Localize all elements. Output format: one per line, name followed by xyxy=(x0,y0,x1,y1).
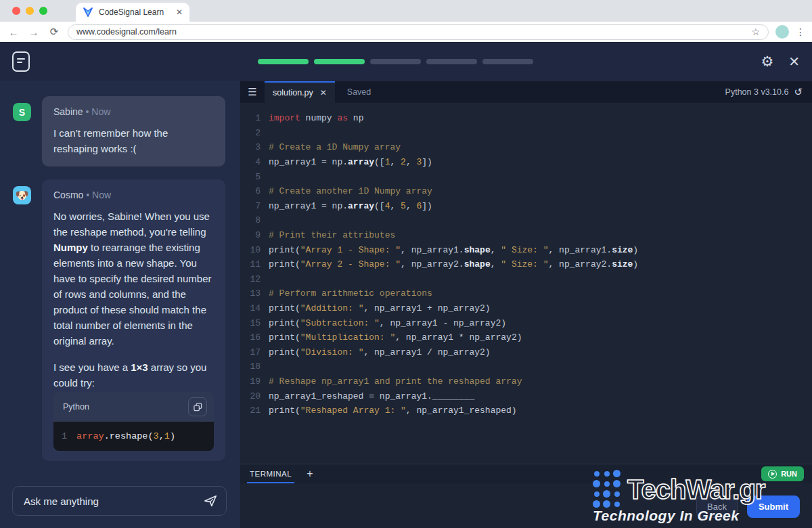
gear-icon[interactable]: ⚙ xyxy=(761,53,773,70)
history-icon[interactable]: ↺ xyxy=(794,86,803,98)
line-content: # Perform arithmetic operations xyxy=(261,288,432,299)
browser-tab-strip: CodeSignal Learn ✕ xyxy=(0,0,812,22)
terminal-body[interactable]: Back Submit xyxy=(240,483,812,528)
line-number: 17 xyxy=(240,347,261,357)
editor-tab-bar: ☰ solution.py ✕ Saved Python 3 v3.10.6 ↺ xyxy=(240,81,812,103)
code-line: 7np_array1 = np.array([4, 5, 6]) xyxy=(240,199,812,214)
line-number: 4 xyxy=(240,157,261,167)
snippet-line-number: 1 xyxy=(62,431,67,441)
play-icon xyxy=(768,470,777,479)
code-line: 2 xyxy=(240,126,812,141)
line-content: print("Multiplication: ", np_array1 * np… xyxy=(261,332,522,343)
code-area[interactable]: 1import numpy as np2 3# Create a 1D Nump… xyxy=(240,103,812,464)
line-content: print("Addition: ", np_array1 + np_array… xyxy=(261,303,491,313)
author-name: Sabine xyxy=(53,106,83,117)
code-line: 15print("Subtraction: ", np_array1 - np_… xyxy=(240,315,812,330)
url-text[interactable]: www.codesignal.com/learn xyxy=(76,27,746,37)
browser-menu-icon[interactable]: ⋮ xyxy=(796,26,805,37)
line-content: print("Subtraction: ", np_array1 - np_ar… xyxy=(261,318,506,328)
back-nav-icon[interactable]: ← xyxy=(7,26,20,38)
lesson-notes-icon[interactable] xyxy=(12,51,30,72)
message-header: Cosmo • Now xyxy=(53,190,214,200)
runtime-info: Python 3 v3.10.6 ↺ xyxy=(716,81,812,103)
run-button[interactable]: RUN xyxy=(761,466,804,481)
browser-tab-title: CodeSignal Learn xyxy=(99,7,171,17)
back-button[interactable]: Back xyxy=(696,496,738,518)
code-editor-panel: ☰ solution.py ✕ Saved Python 3 v3.10.6 ↺… xyxy=(240,81,812,528)
line-number: 14 xyxy=(240,303,261,313)
close-window-button[interactable] xyxy=(12,7,20,15)
lesson-progress-bar xyxy=(30,59,761,64)
browser-profile-avatar[interactable] xyxy=(775,25,789,39)
code-line: 16print("Multiplication: ", np_array1 * … xyxy=(240,330,812,345)
file-tab-solution-py[interactable]: solution.py ✕ xyxy=(265,81,335,103)
browser-chrome: CodeSignal Learn ✕ ← → ⟳ www.codesignal.… xyxy=(0,0,812,42)
line-number: 20 xyxy=(240,391,261,401)
window-controls[interactable] xyxy=(0,0,57,22)
avatar-sabine: S xyxy=(13,103,31,121)
line-number: 2 xyxy=(240,128,261,138)
line-content: # Create a 1D Numpy array xyxy=(261,142,401,152)
bookmark-star-icon[interactable]: ☆ xyxy=(751,26,760,37)
message-body: No worries, Sabine! When you use the res… xyxy=(53,208,214,391)
copy-code-button[interactable] xyxy=(188,397,207,416)
maximize-window-button[interactable] xyxy=(39,7,47,15)
chat-input[interactable] xyxy=(24,496,203,507)
code-line: 11print("Array 2 - Shape: ", np_array2.s… xyxy=(240,257,812,272)
line-number: 16 xyxy=(240,332,261,343)
code-line: 18 xyxy=(240,359,812,374)
close-icon[interactable]: ✕ xyxy=(788,53,800,70)
reload-icon[interactable]: ⟳ xyxy=(47,26,61,38)
line-number: 18 xyxy=(240,361,261,372)
line-content: print("Division: ", np_array1 / np_array… xyxy=(261,347,491,357)
terminal-tab[interactable]: TERMINAL xyxy=(247,464,294,483)
code-line: 5 xyxy=(240,169,812,184)
forward-nav-icon[interactable]: → xyxy=(27,26,41,38)
line-content: print("Array 1 - Shape: ", np_array1.sha… xyxy=(261,245,638,255)
add-terminal-icon[interactable]: + xyxy=(307,468,313,480)
tab-close-icon[interactable]: ✕ xyxy=(176,7,183,17)
line-content: print("Reshaped Array 1: ", np_array1_re… xyxy=(261,405,517,416)
snippet-code: 1 array.reshape(3,1) xyxy=(53,422,214,451)
line-number: 11 xyxy=(240,259,261,269)
message-paragraph: I see you have a 1×3 array so you could … xyxy=(53,359,214,391)
line-number: 15 xyxy=(240,318,261,328)
browser-tab[interactable]: CodeSignal Learn ✕ xyxy=(76,3,189,22)
line-number: 5 xyxy=(240,172,261,182)
code-line: 14print("Addition: ", np_array1 + np_arr… xyxy=(240,301,812,316)
line-content xyxy=(261,215,274,225)
line-number: 9 xyxy=(240,230,261,240)
code-line: 4np_array1 = np.array([1, 2, 3]) xyxy=(240,155,812,170)
message-body: I can’t remember how the reshaping works… xyxy=(53,125,214,156)
code-line: 10print("Array 1 - Shape: ", np_array1.s… xyxy=(240,242,812,257)
line-number: 1 xyxy=(240,113,261,123)
author-name: Cosmo xyxy=(53,190,83,200)
line-content xyxy=(261,128,274,138)
message-paragraph: I can’t remember how the reshaping works… xyxy=(53,125,214,156)
line-content: np_array1 = np.array([4, 5, 6]) xyxy=(261,201,432,211)
code-line: 9# Print their attributes xyxy=(240,228,812,243)
terminal-tab-bar: TERMINAL + RUN xyxy=(240,464,812,483)
chat-input-container[interactable] xyxy=(12,486,227,516)
runtime-label: Python 3 v3.10.6 xyxy=(725,87,789,97)
message-bubble: Cosmo • Now No worries, Sabine! When you… xyxy=(42,179,225,461)
code-line: 21print("Reshaped Array 1: ", np_array1_… xyxy=(240,403,812,418)
save-status: Saved xyxy=(335,81,383,103)
line-number: 12 xyxy=(240,274,261,284)
hamburger-menu-icon[interactable]: ☰ xyxy=(240,81,265,103)
submit-button[interactable]: Submit xyxy=(747,496,800,518)
url-bar[interactable]: www.codesignal.com/learn ☆ xyxy=(68,24,769,40)
code-line: 3# Create a 1D Numpy array xyxy=(240,140,812,155)
progress-segment-todo xyxy=(370,59,421,64)
file-tab-close-icon[interactable]: ✕ xyxy=(320,88,327,97)
message-time: Now xyxy=(91,106,110,117)
minimize-window-button[interactable] xyxy=(26,7,34,15)
terminal-tab-label: TERMINAL xyxy=(250,470,292,478)
code-line: 13# Perform arithmetic operations xyxy=(240,286,812,301)
snippet-code-text: array.reshape(3,1) xyxy=(76,431,175,441)
progress-segment-done xyxy=(314,59,365,64)
send-icon[interactable] xyxy=(203,493,218,508)
message-bubble: Sabine • Now I can’t remember how the re… xyxy=(42,96,225,167)
message-header: Sabine • Now xyxy=(53,106,214,117)
line-content: # Create another 1D Numpy array xyxy=(261,186,432,196)
